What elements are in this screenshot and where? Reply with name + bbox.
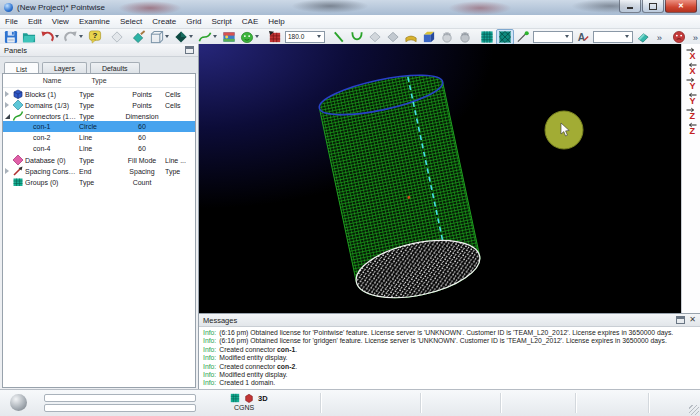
tree-row-domains-1-3[interactable]: Domains (1/3)TypePointsCells [3,99,195,110]
unstructured-grid-button[interactable] [496,29,514,45]
redo-button[interactable] [62,29,86,45]
view-minus-x-button[interactable]: X [684,61,699,75]
display-attributes-button[interactable] [220,29,238,45]
tree-row-connectors-1-3[interactable]: Connectors (1/3)TypeDimension [3,110,195,121]
display-attributes-icon [222,30,236,44]
overflow-chevron-button[interactable]: » [652,29,670,45]
menu-create[interactable]: Create [147,16,181,27]
view-plus-x-button[interactable]: X [684,46,699,60]
paint-entity-button[interactable] [130,29,148,45]
undo-button[interactable] [38,29,62,45]
panels-panel: Panels ListLayersDefaults Name Type Bloc… [0,44,199,390]
pick-diamond-button[interactable] [108,29,126,45]
chevron-down-icon [79,35,83,38]
view-minus-z-button[interactable]: Z [684,121,699,135]
app-logo-icon [4,3,13,12]
entity-name: Domains (1/3) [25,100,79,111]
grab-hand-2-button[interactable] [456,29,474,45]
show-cube-button[interactable] [148,29,172,45]
connector-style-button[interactable] [196,29,220,45]
tree-row-con-4[interactable]: con-4Line60 [3,143,195,154]
block-tool-button[interactable] [420,29,438,45]
status-bar: 3D CGNS [0,389,700,416]
flat-diamond-2-button[interactable] [384,29,402,45]
status-field-2[interactable] [44,404,196,412]
tree-row-spacing-constrai[interactable]: Spacing Constrai...EndSpacingType [3,165,195,176]
column-name[interactable]: Name [25,75,79,86]
toolbar-combo-2[interactable] [593,31,633,43]
red-mask-button[interactable] [670,29,688,45]
segment-curve-button[interactable] [330,29,348,45]
resize-grip[interactable] [689,405,699,415]
menu-examine[interactable]: Examine [74,16,115,27]
angle-combo[interactable]: 180.0 [285,31,325,43]
tree-row-con-2[interactable]: con-2Line60 [3,132,195,143]
cae-solver-label[interactable]: CGNS [234,404,254,411]
annotate-button[interactable]: A [574,29,592,45]
examine-grid-button[interactable] [266,29,284,45]
cursor-highlight [545,111,583,149]
menu-edit[interactable]: Edit [23,16,47,27]
structured-grid-button[interactable] [478,29,496,45]
help-button[interactable]: ? [86,29,104,45]
messages-header[interactable]: Messages ✕ [199,314,700,327]
grab-hand-icon [440,30,454,44]
tree-row-groups-0[interactable]: Groups (0)TypeCount [3,176,195,187]
menu-grid[interactable]: Grid [181,16,206,27]
trackball-icon[interactable] [10,394,27,411]
save-button[interactable] [2,29,20,45]
expand-arrow-icon[interactable] [5,102,9,108]
flat-diamond-button[interactable] [366,29,384,45]
grid-mode-icon[interactable] [230,393,240,403]
grab-hand-2-icon [458,30,472,44]
green-mask-button[interactable] [238,29,262,45]
title-bar[interactable]: (New Project)* Pointwise ✕ [0,0,700,15]
expand-arrow-icon[interactable] [5,91,9,97]
shaded-diamond-button[interactable] [172,29,196,45]
view-plus-y-button[interactable]: Y [684,76,699,90]
toolbar-combo-1[interactable] [533,31,573,43]
log-line: Info:Modified entity display. [203,371,696,379]
messages-log[interactable]: Info:(6:16 pm) Obtained license for 'Poi… [199,327,700,390]
arc-curve-button[interactable] [348,29,366,45]
show-cube-icon [150,30,164,44]
view-plus-z-button[interactable]: Z [684,106,699,120]
surface-button[interactable] [402,29,420,45]
panel-float-icon[interactable] [185,46,194,54]
eraser-button[interactable] [634,29,652,45]
collapse-arrow-icon[interactable] [5,114,10,119]
display-viewport[interactable] [199,44,681,313]
close-button[interactable]: ✕ [665,0,697,13]
overflow-chevron-2-button[interactable]: » [688,29,700,45]
menu-cae[interactable]: CAE [237,16,263,27]
dimension-connector-button[interactable] [514,29,532,45]
messages-title: Messages [203,316,237,325]
view-minus-y-button[interactable]: Y [684,91,699,105]
minimize-button[interactable] [619,0,641,13]
messages-close-icon[interactable]: ✕ [689,316,696,324]
list-header-row[interactable]: Name Type [3,74,195,88]
column-type[interactable]: Type [79,75,119,86]
maximize-button[interactable] [642,0,664,13]
viewport-canvas[interactable] [199,44,681,313]
entity-name: Groups (0) [25,177,79,188]
tree-row-blocks-1[interactable]: Blocks (1)TypePointsCells [3,88,195,99]
menu-file[interactable]: File [0,16,23,27]
expand-arrow-icon[interactable] [5,168,9,174]
dimension-mode-label[interactable]: 3D [258,394,268,403]
annotate-icon: A [576,30,590,44]
status-field-1[interactable] [44,394,196,402]
menu-view[interactable]: View [47,16,74,27]
menu-select[interactable]: Select [115,16,147,27]
messages-float-icon[interactable] [676,316,685,324]
grab-hand-button[interactable] [438,29,456,45]
menu-help[interactable]: Help [263,16,289,27]
open-button[interactable] [20,29,38,45]
tree-row-con-1[interactable]: con-1Circle60 [3,121,195,132]
tree-row-database-0[interactable]: Database (0)TypeFill ModeLine ... [3,154,195,165]
log-line: Info:(6:16 pm) Obtained license for 'Poi… [203,329,696,337]
chevron-down-icon [255,35,259,38]
solver-state-icon[interactable] [244,393,254,403]
panels-header[interactable]: Panels [0,44,198,57]
menu-script[interactable]: Script [206,16,236,27]
